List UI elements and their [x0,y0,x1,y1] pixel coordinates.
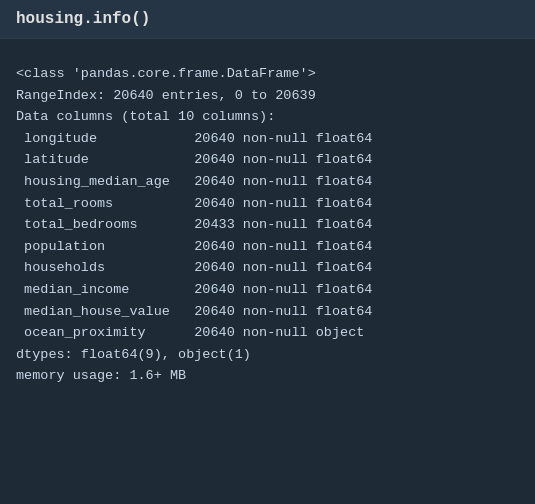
table-row: population 20640 non-null float64 [16,236,519,258]
dtypes-line: dtypes: float64(9), object(1) [16,344,519,366]
class-line: <class 'pandas.core.frame.DataFrame'> [16,63,519,85]
table-row: housing_median_age 20640 non-null float6… [16,171,519,193]
table-row: ocean_proximity 20640 non-null object [16,322,519,344]
data-columns-header: Data columns (total 10 columns): [16,106,519,128]
title-bar: housing.info() [0,0,535,39]
table-row: longitude 20640 non-null float64 [16,128,519,150]
table-row: households 20640 non-null float64 [16,257,519,279]
table-row: median_income 20640 non-null float64 [16,279,519,301]
table-row: total_rooms 20640 non-null float64 [16,193,519,215]
title-text: housing.info() [16,10,150,28]
content-area: <class 'pandas.core.frame.DataFrame'> Ra… [0,39,535,403]
table-row: median_house_value 20640 non-null float6… [16,301,519,323]
columns-table: longitude 20640 non-null float64 latitud… [16,128,519,344]
range-index: RangeIndex: 20640 entries, 0 to 20639 [16,85,519,107]
memory-line: memory usage: 1.6+ MB [16,365,519,387]
table-row: latitude 20640 non-null float64 [16,149,519,171]
table-row: total_bedrooms 20433 non-null float64 [16,214,519,236]
